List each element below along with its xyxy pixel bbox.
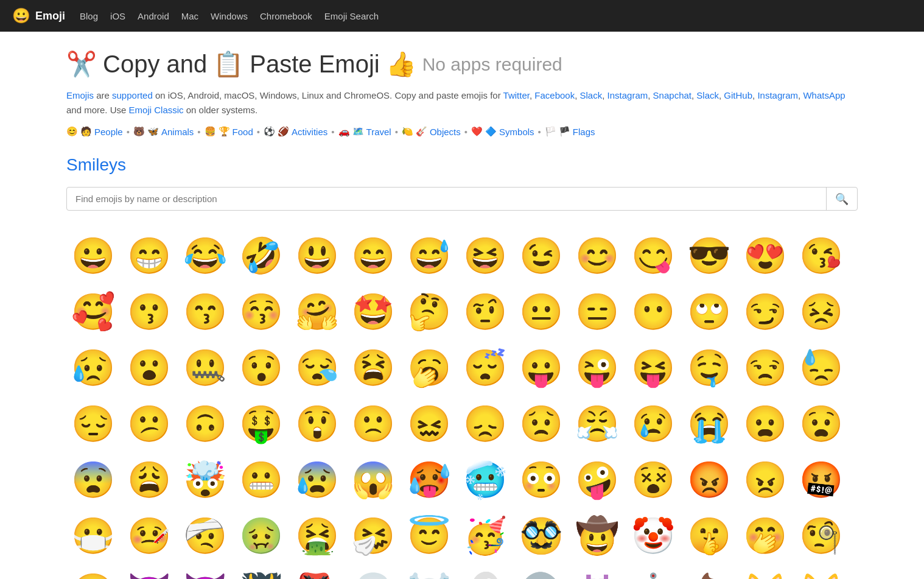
emoji-item[interactable]: 😤 — [570, 397, 624, 451]
emoji-item[interactable]: 🙁 — [346, 397, 400, 451]
emoji-item[interactable]: 🤑 — [234, 397, 288, 451]
emoji-item[interactable]: 😪 — [290, 341, 344, 395]
emoji-item[interactable]: 🤧 — [346, 509, 400, 563]
emoji-item[interactable]: 😒 — [738, 341, 792, 395]
emoji-item[interactable]: 🤤 — [682, 341, 736, 395]
emoji-item[interactable]: 😕 — [122, 397, 176, 451]
twitter-link[interactable]: Twitter — [503, 90, 530, 100]
emoji-item[interactable]: 😦 — [738, 397, 792, 451]
emoji-item[interactable]: ☠️ — [402, 565, 456, 579]
emoji-item[interactable]: 🤪 — [570, 453, 624, 507]
search-input[interactable] — [67, 188, 826, 210]
supported-link[interactable]: supported — [112, 90, 153, 100]
emoji-item[interactable]: 😷 — [66, 509, 120, 563]
emoji-item[interactable]: 😉 — [514, 229, 568, 282]
emoji-item[interactable]: 💩 — [682, 565, 736, 579]
instagram-link-2[interactable]: Instagram — [757, 90, 798, 100]
emoji-item[interactable]: 😖 — [402, 397, 456, 451]
emoji-item[interactable]: 🧐 — [794, 509, 848, 563]
emoji-item[interactable]: 🤫 — [682, 509, 736, 563]
emoji-item[interactable]: 😚 — [234, 285, 288, 339]
emoji-item[interactable]: 😸 — [794, 565, 848, 579]
emoji-item[interactable]: 😊 — [570, 229, 624, 282]
emoji-item[interactable]: 😂 — [178, 229, 232, 282]
emoji-item[interactable]: 😬 — [234, 453, 288, 507]
emoji-item[interactable]: 🤗 — [290, 285, 344, 339]
nav-link-ios[interactable]: iOS — [110, 11, 125, 21]
emoji-classic-link[interactable]: Emoji Classic — [129, 105, 184, 115]
emoji-item[interactable]: 😥 — [66, 341, 120, 395]
emoji-item[interactable]: 😡 — [682, 453, 736, 507]
nav-link-android[interactable]: Android — [138, 11, 169, 21]
emoji-item[interactable]: 😆 — [458, 229, 512, 282]
emoji-item[interactable]: 😋 — [626, 229, 680, 282]
slack-link-2[interactable]: Slack — [696, 90, 719, 100]
emoji-item[interactable]: 😘 — [794, 229, 848, 282]
emoji-item[interactable]: 😶 — [626, 285, 680, 339]
emoji-item[interactable]: 😃 — [290, 229, 344, 282]
emoji-item[interactable]: 👺 — [290, 565, 344, 579]
emoji-item[interactable]: 😯 — [234, 341, 288, 395]
emoji-item[interactable]: 🤠 — [570, 509, 624, 563]
emoji-item[interactable]: 😈 — [122, 565, 176, 579]
emoji-item[interactable]: 😅 — [402, 229, 456, 282]
emoji-item[interactable]: 🙃 — [178, 397, 232, 451]
emoji-item[interactable]: 😑 — [570, 285, 624, 339]
emoji-item[interactable]: 🥰 — [66, 285, 120, 339]
emoji-item[interactable]: 🥵 — [402, 453, 456, 507]
emoji-item[interactable]: 🥸 — [514, 509, 568, 563]
emoji-item[interactable]: 🙄 — [682, 285, 736, 339]
emoji-item[interactable]: 👽 — [514, 565, 568, 579]
emoji-item[interactable]: 👿 — [178, 565, 232, 579]
emoji-item[interactable]: 🤢 — [234, 509, 288, 563]
category-link-activities[interactable]: Activities — [292, 127, 327, 137]
emoji-item[interactable]: 🤮 — [290, 509, 344, 563]
emoji-item[interactable]: 😵 — [626, 453, 680, 507]
slack-link-1[interactable]: Slack — [580, 90, 603, 100]
emoji-item[interactable]: 🤨 — [458, 285, 512, 339]
emoji-item[interactable]: 😎 — [682, 229, 736, 282]
emoji-item[interactable]: 👻 — [458, 565, 512, 579]
nav-link-blog[interactable]: Blog — [80, 11, 98, 21]
emoji-item[interactable]: 😜 — [570, 341, 624, 395]
emoji-item[interactable]: 😀 — [66, 229, 120, 282]
emoji-item[interactable]: 😳 — [514, 453, 568, 507]
snapchat-link[interactable]: Snapchat — [653, 90, 691, 100]
emoji-item[interactable]: 😭 — [682, 397, 736, 451]
facebook-link[interactable]: Facebook — [534, 90, 575, 100]
emoji-item[interactable]: 😞 — [458, 397, 512, 451]
emoji-item[interactable]: 😺 — [738, 565, 792, 579]
emoji-item[interactable]: 🤐 — [178, 341, 232, 395]
instagram-link-1[interactable]: Instagram — [607, 90, 648, 100]
emoji-item[interactable]: 😱 — [346, 453, 400, 507]
emoji-item[interactable]: 🤓 — [66, 565, 120, 579]
nav-logo[interactable]: 😀 Emoji — [12, 7, 65, 24]
search-button[interactable]: 🔍 — [826, 188, 857, 210]
emoji-item[interactable]: 💀 — [346, 565, 400, 579]
emoji-item[interactable]: 🤔 — [402, 285, 456, 339]
emoji-item[interactable]: 😧 — [794, 397, 848, 451]
category-link-objects[interactable]: Objects — [430, 127, 461, 137]
emoji-item[interactable]: 🥳 — [458, 509, 512, 563]
emoji-item[interactable]: 🤬 — [794, 453, 848, 507]
emoji-item[interactable]: 😐 — [514, 285, 568, 339]
nav-link-mac[interactable]: Mac — [181, 11, 198, 21]
emoji-item[interactable]: 🤩 — [346, 285, 400, 339]
emoji-item[interactable]: 🤖 — [626, 565, 680, 579]
category-link-symbols[interactable]: Symbols — [499, 127, 534, 137]
nav-link-chromebook[interactable]: Chromebook — [260, 11, 312, 21]
emoji-item[interactable]: 🤕 — [178, 509, 232, 563]
emoji-item[interactable]: 😲 — [290, 397, 344, 451]
nav-link-emoji-search[interactable]: Emoji Search — [324, 11, 379, 21]
emoji-item[interactable]: 😝 — [626, 341, 680, 395]
emoji-item[interactable]: 🤡 — [626, 509, 680, 563]
category-link-food[interactable]: Food — [233, 127, 253, 137]
emoji-item[interactable]: 😠 — [738, 453, 792, 507]
emoji-item[interactable]: 😔 — [66, 397, 120, 451]
emoji-item[interactable]: 😩 — [122, 453, 176, 507]
category-link-travel[interactable]: Travel — [366, 127, 391, 137]
category-link-people[interactable]: People — [94, 127, 123, 137]
emoji-item[interactable]: 😍 — [738, 229, 792, 282]
emoji-item[interactable]: 😏 — [738, 285, 792, 339]
emoji-item[interactable]: 🤯 — [178, 453, 232, 507]
